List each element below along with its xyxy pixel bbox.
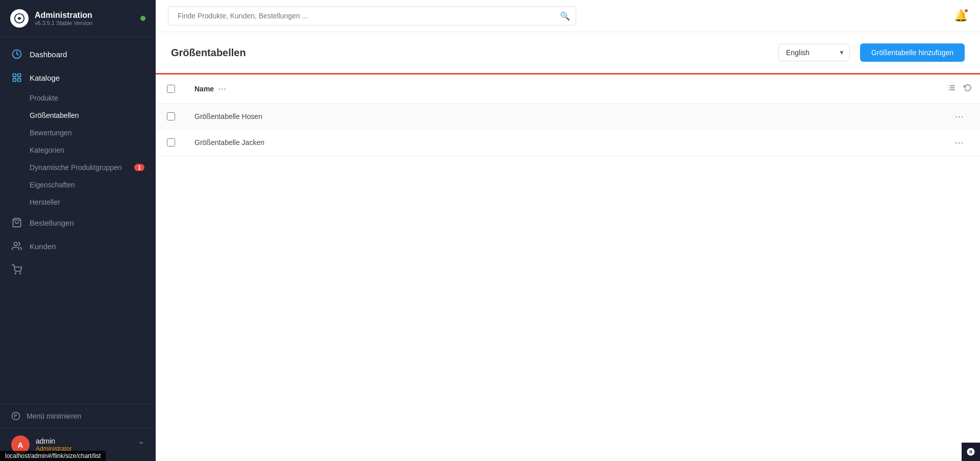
minimize-icon <box>11 411 20 421</box>
td-name-2: Größentabelle Jacken <box>186 131 939 154</box>
td-actions-1: ⋯ <box>939 104 980 129</box>
minimize-label: Menü minimieren <box>27 412 81 420</box>
url-bar: localhost/admin#/flink/size/chart/list <box>0 451 106 461</box>
dashboard-icon <box>11 48 22 60</box>
table-row: Größentabelle Jacken ⋯ <box>156 130 980 156</box>
th-checkbox <box>156 78 186 100</box>
sidebar-item-kataloge-label: Kataloge <box>30 74 60 82</box>
th-actions <box>939 75 980 103</box>
notification-button[interactable]: 🔔 <box>954 9 968 22</box>
search-input[interactable] <box>168 6 576 26</box>
orders-icon <box>11 217 22 228</box>
notification-badge <box>964 8 969 13</box>
svg-point-8 <box>15 273 16 274</box>
sidebar-item-kataloge[interactable]: Kataloge <box>0 66 156 89</box>
sidebar-sub-item-kategorien-label: Kategorien <box>30 146 64 154</box>
list-icon <box>947 84 955 92</box>
sidebar-item-bestellungen-label: Bestellungen <box>30 219 74 227</box>
language-select-wrapper: English Deutsch Français ▼ <box>778 44 850 61</box>
row-checkbox-2[interactable] <box>167 138 175 147</box>
row-actions-button-1[interactable]: ⋯ <box>954 111 965 122</box>
td-actions-2: ⋯ <box>939 130 980 155</box>
sidebar-nav: Dashboard Kataloge Produkte Größentabell… <box>0 37 156 404</box>
th-more-icon[interactable]: ⋯ <box>218 84 226 94</box>
column-settings-button[interactable] <box>945 82 958 96</box>
topbar-right: 🔔 <box>954 9 968 22</box>
search-container: 🔍 <box>168 6 576 26</box>
sidebar-sub-item-hersteller-label: Hersteller <box>30 198 60 206</box>
select-all-checkbox[interactable] <box>167 85 175 93</box>
page-header: Größentabellen English Deutsch Français … <box>156 32 980 75</box>
sidebar-item-dashboard-label: Dashboard <box>30 50 67 59</box>
sidebar-sub-item-bewertungen[interactable]: Bewertungen <box>0 124 156 141</box>
td-name-1: Größentabelle Hosen <box>186 105 939 128</box>
sidebar-sub-item-eigenschaften[interactable]: Eigenschaften <box>0 176 156 193</box>
sidebar-sub-item-bewertungen-label: Bewertungen <box>30 129 72 137</box>
main-content: 🔍 🔔 Größentabellen English Deutsch Franç… <box>156 0 980 461</box>
sidebar-sub-item-produkte-label: Produkte <box>30 94 58 102</box>
sidebar-item-dashboard[interactable]: Dashboard <box>0 42 156 66</box>
svg-point-7 <box>14 242 17 246</box>
sidebar-sub-item-groessentabellen[interactable]: Größentabellen <box>0 107 156 124</box>
user-name: admin <box>36 437 72 445</box>
extra-icon <box>11 264 22 275</box>
app-info: Administration v6.3.5.1 Stable Version <box>35 11 92 26</box>
symfony-icon[interactable] <box>962 443 980 461</box>
row-checkbox-1[interactable] <box>167 112 175 120</box>
svg-point-10 <box>12 413 20 420</box>
status-dot <box>140 16 145 21</box>
sidebar-item-bestellungen[interactable]: Bestellungen <box>0 211 156 234</box>
search-button[interactable]: 🔍 <box>560 11 570 21</box>
app-title: Administration <box>35 11 92 20</box>
language-select[interactable]: English Deutsch Français <box>778 44 850 61</box>
sidebar-sub-item-groessentabellen-label: Größentabellen <box>30 111 79 119</box>
sidebar-footer: Menü minimieren <box>0 404 156 428</box>
th-name: Name ⋯ <box>186 77 939 101</box>
sidebar-header: Administration v6.3.5.1 Stable Version <box>0 0 156 37</box>
table-container: Name ⋯ <box>156 75 980 156</box>
sidebar: Administration v6.3.5.1 Stable Version D… <box>0 0 156 461</box>
sidebar-sub-item-kategorien[interactable]: Kategorien <box>0 141 156 159</box>
user-info: admin Administrator <box>36 437 72 452</box>
svg-rect-3 <box>18 74 21 77</box>
svg-rect-2 <box>13 74 16 77</box>
app-version: v6.3.5.1 Stable Version <box>35 20 92 26</box>
app-logo <box>10 9 29 28</box>
svg-point-9 <box>20 273 21 274</box>
sidebar-item-kunden[interactable]: Kunden <box>0 234 156 258</box>
page-content: Größentabellen English Deutsch Français … <box>156 32 980 461</box>
add-size-chart-button[interactable]: Größentabelle hinzufügen <box>860 43 965 62</box>
sidebar-sub-item-hersteller[interactable]: Hersteller <box>0 193 156 211</box>
sidebar-sub-item-dynamische-label: Dynamische Produktgruppen <box>30 163 122 172</box>
table-row: Größentabelle Hosen ⋯ <box>156 104 980 130</box>
table-header: Name ⋯ <box>156 75 980 104</box>
refresh-icon <box>964 84 972 92</box>
sidebar-sub-item-dynamische[interactable]: Dynamische Produktgruppen 1 <box>0 159 156 176</box>
user-chevron-icon: ⌃ <box>138 440 144 450</box>
td-checkbox-2 <box>156 131 186 154</box>
topbar: 🔍 🔔 <box>156 0 980 32</box>
dynamic-badge: 1 <box>134 164 144 171</box>
sidebar-item-kunden-label: Kunden <box>30 242 56 251</box>
th-name-label: Name <box>194 85 214 93</box>
sidebar-sub-item-produkte[interactable]: Produkte <box>0 89 156 107</box>
catalog-icon <box>11 72 22 83</box>
customers-icon <box>11 240 22 252</box>
symfony-logo <box>966 447 975 456</box>
minimize-button[interactable]: Menü minimieren <box>11 411 144 421</box>
svg-rect-4 <box>13 79 16 82</box>
page-title: Größentabellen <box>171 47 768 59</box>
sidebar-item-extra[interactable] <box>0 258 156 281</box>
sidebar-sub-item-eigenschaften-label: Eigenschaften <box>30 181 75 189</box>
row-actions-button-2[interactable]: ⋯ <box>954 137 965 148</box>
refresh-button[interactable] <box>962 82 974 96</box>
svg-rect-5 <box>18 79 21 82</box>
td-checkbox-1 <box>156 105 186 128</box>
